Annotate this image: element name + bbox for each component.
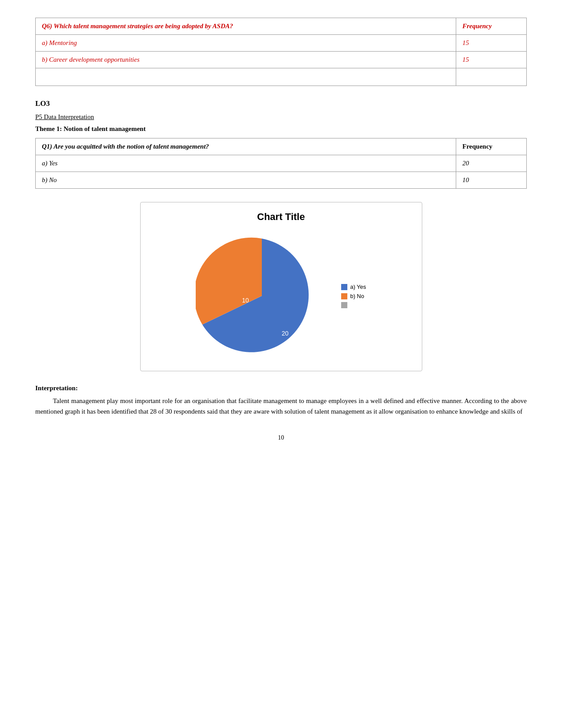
legend-swatch-no — [341, 293, 347, 299]
q1-row2-label: b) No — [36, 172, 456, 189]
legend-label-yes: a) Yes — [350, 284, 366, 290]
q6-table: Q6) Which talent management strategies a… — [35, 18, 527, 86]
theme-heading: Theme 1: Notion of talent management — [35, 125, 527, 133]
chart-title: Chart Title — [149, 211, 413, 223]
q1-row1-label: a) Yes — [36, 155, 456, 172]
q1-header-question: Q1) Are you acquitted with the notion of… — [36, 138, 456, 155]
q1-table: Q1) Are you acquitted with the notion of… — [35, 138, 527, 189]
q6-row2-label: b) Career development opportunities — [36, 52, 456, 68]
q1-header-frequency: Frequency — [456, 138, 527, 155]
legend-swatch-empty — [341, 302, 347, 308]
legend-swatch-yes — [341, 284, 347, 290]
legend-label-no: b) No — [350, 293, 364, 299]
chart-container: Chart Title 10 20 — [140, 202, 422, 371]
pie-svg: 10 20 — [196, 230, 328, 362]
page-number: 10 — [35, 434, 527, 441]
pie-chart: 10 20 — [196, 230, 328, 362]
chart-body: 10 20 a) Yes b) No — [149, 230, 413, 362]
q6-row1-label: a) Mentoring — [36, 35, 456, 52]
q1-row1-value: 20 — [456, 155, 527, 172]
legend-item-no: b) No — [341, 293, 366, 299]
legend-item-yes: a) Yes — [341, 284, 366, 290]
p5-link: P5 Data Interpretation — [35, 113, 527, 121]
q6-header-frequency: Frequency — [456, 18, 527, 35]
lo3-heading: LO3 — [35, 99, 527, 108]
q1-row2-value: 10 — [456, 172, 527, 189]
q6-empty-cell — [36, 68, 456, 86]
q6-row1-value: 15 — [456, 35, 527, 52]
lo3-section: LO3 P5 Data Interpretation Theme 1: Noti… — [35, 99, 527, 417]
interpretation-heading: Interpretation: — [35, 385, 527, 392]
interpretation-text: Talent management play most important ro… — [35, 396, 527, 417]
q6-empty-cell2 — [456, 68, 527, 86]
legend-item-empty — [341, 302, 366, 308]
indent-spacer — [35, 396, 53, 406]
q6-header-question: Q6) Which talent management strategies a… — [36, 18, 456, 35]
pie-label-no: 10 — [242, 297, 249, 304]
pie-label-yes: 20 — [282, 330, 289, 337]
q6-row2-value: 15 — [456, 52, 527, 68]
interpretation-body: Talent management play most important ro… — [35, 397, 527, 415]
interpretation-section: Interpretation: Talent management play m… — [35, 385, 527, 417]
chart-legend: a) Yes b) No — [341, 284, 366, 308]
